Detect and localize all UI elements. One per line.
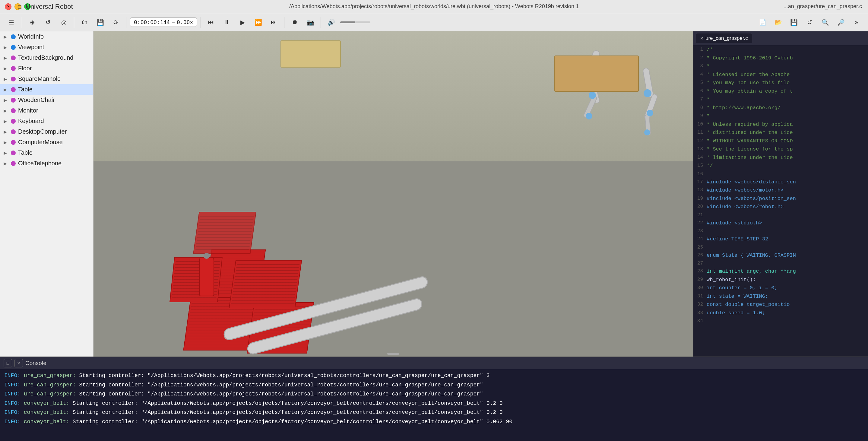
add-button[interactable]: ⊕ <box>26 16 39 29</box>
sidebar-item-worldinfo[interactable]: ▶WorldInfo <box>0 31 93 42</box>
zoom-button[interactable]: 🔎 <box>834 16 847 29</box>
open-file-button[interactable]: 📂 <box>772 16 785 29</box>
line-number: 23 <box>693 227 707 235</box>
sidebar-item-table1[interactable]: ▶Table <box>0 84 93 95</box>
code-line: 16 <box>693 170 868 178</box>
line-code: * you may not use this file <box>707 78 868 87</box>
sidebar-item-squaremanhole[interactable]: ▶SquareManhole <box>0 73 93 84</box>
node-type-icon <box>11 108 16 113</box>
line-number: 27 <box>693 259 707 267</box>
expand-arrow-icon[interactable]: ▶ <box>4 87 8 92</box>
sidebar-item-officetelephone[interactable]: ▶OfficeTelephone <box>0 158 93 168</box>
console-line: INFO: conveyor_belt: Starting controller… <box>4 417 864 427</box>
expand-arrow-icon[interactable]: ▶ <box>4 129 8 134</box>
code-tab-ure-can-grasper[interactable]: ✕ ure_can_grasper.c <box>696 33 752 43</box>
expand-arrow-icon[interactable]: ▶ <box>4 34 8 39</box>
console-toggle-btn[interactable]: □ <box>4 359 12 368</box>
line-code: int counter = 0, i = 0; <box>707 284 868 292</box>
line-number: 18 <box>693 186 707 194</box>
console-line: INFO: conveyor_belt: Starting controller… <box>4 399 864 408</box>
console-lines: INFO: ure_can_grasper: Starting controll… <box>4 371 864 427</box>
volume-slider[interactable] <box>340 22 370 23</box>
expand-arrow-icon[interactable]: ▶ <box>4 161 8 166</box>
view-button[interactable]: ◎ <box>57 16 70 29</box>
expand-arrow-icon[interactable]: ▶ <box>4 66 8 71</box>
sidebar-item-texturedbg[interactable]: ▶TexturedBackground <box>0 53 93 63</box>
line-code: enum State { WAITING, GRASPIN <box>707 251 868 259</box>
console-output[interactable]: INFO: ure_can_grasper: Starting controll… <box>0 369 868 441</box>
line-code: /* <box>707 45 868 54</box>
sidebar-item-monitor[interactable]: ▶Monitor <box>0 105 93 116</box>
more-button[interactable]: » <box>850 16 863 29</box>
code-line: 7 * <box>693 95 868 103</box>
line-number: 14 <box>693 153 707 162</box>
code-line: 27 <box>693 259 868 267</box>
node-type-icon <box>11 56 16 60</box>
code-line: 22#include <stdio.h> <box>693 219 868 227</box>
line-number: 21 <box>693 211 707 219</box>
console-info-tag: INFO: <box>4 382 24 388</box>
expand-arrow-icon[interactable]: ▶ <box>4 151 8 155</box>
code-content[interactable]: 1/*2 * Copyright 1996-2019 Cyberb3 *4 * … <box>693 45 868 356</box>
line-number: 1 <box>693 45 707 54</box>
sidebar-item-desktopcomputer[interactable]: ▶DesktopComputer <box>0 126 93 137</box>
code-line: 3 * <box>693 62 868 70</box>
code-lines: 1/*2 * Copyright 1996-2019 Cyberb3 *4 * … <box>693 45 868 324</box>
code-line: 29 wb_robot_init(); <box>693 275 868 284</box>
console-info-tag: INFO: <box>4 409 24 415</box>
reset-button[interactable]: ⟳ <box>109 16 122 29</box>
line-code: * distributed under the Lice <box>707 128 868 137</box>
tab-close-icon[interactable]: ✕ <box>700 36 704 41</box>
sidebar-item-table2[interactable]: ▶Table <box>0 148 93 158</box>
code-line: 23 <box>693 227 868 235</box>
sidebar-items: ▶WorldInfo▶Viewpoint▶TexturedBackground▶… <box>0 31 93 168</box>
app-name: □ Universal Robot <box>18 3 73 10</box>
pause-button[interactable]: ⏸ <box>220 16 234 29</box>
new-file-button[interactable]: 📄 <box>756 16 769 29</box>
sidebar-item-computermouse[interactable]: ▶ComputerMouse <box>0 137 93 148</box>
close-button[interactable]: ✕ <box>5 3 11 10</box>
screenshot-button[interactable]: 📷 <box>304 16 317 29</box>
expand-arrow-icon[interactable]: ▶ <box>4 108 8 113</box>
viewport[interactable] <box>93 31 693 356</box>
fast-forward-button[interactable]: ⏩ <box>251 16 265 29</box>
console-line: INFO: ure_can_grasper: Starting controll… <box>4 371 864 380</box>
workbench <box>554 56 639 92</box>
sidebar-item-label: TexturedBackground <box>18 54 73 61</box>
time-display: 0:00:00:144 <box>134 19 170 25</box>
fastest-button[interactable]: ⏭ <box>267 16 280 29</box>
folder-button[interactable]: 🗂 <box>78 16 91 29</box>
node-type-icon <box>11 161 16 166</box>
expand-arrow-icon[interactable]: ▶ <box>4 45 8 50</box>
line-code: #include <webots/robot.h> <box>707 202 868 211</box>
sidebar-item-label: SquareManhole <box>18 75 61 82</box>
viewport-resize-handle[interactable] <box>387 353 399 355</box>
line-number: 6 <box>693 87 707 95</box>
code-line: 8 * http://www.apache.org/ <box>693 103 868 112</box>
line-number: 3 <box>693 62 707 70</box>
save-button[interactable]: 💾 <box>93 16 107 29</box>
record-button[interactable]: ⏺ <box>288 16 301 29</box>
volume-button[interactable]: 🔊 <box>324 16 338 29</box>
sidebar-item-keyboard[interactable]: ▶Keyboard <box>0 116 93 126</box>
line-code: int state = WAITING; <box>707 292 868 301</box>
expand-arrow-icon[interactable]: ▶ <box>4 76 8 82</box>
sidebar-toggle-button[interactable]: ☰ <box>5 16 18 29</box>
refresh-button[interactable]: ↺ <box>803 16 816 29</box>
expand-arrow-icon[interactable]: ▶ <box>4 119 8 124</box>
titlebar: ✕ − + □ Universal Robot /Applications/We… <box>0 0 868 13</box>
toolbar-separator-3 <box>126 17 126 28</box>
reload-button[interactable]: ↺ <box>41 16 55 29</box>
search-button[interactable]: 🔍 <box>818 16 832 29</box>
expand-arrow-icon[interactable]: ▶ <box>4 98 8 102</box>
save-file-button[interactable]: 💾 <box>787 16 801 29</box>
sidebar-item-woodenchair[interactable]: ▶WoodenChair <box>0 95 93 105</box>
play-button[interactable]: ▶ <box>236 16 249 29</box>
expand-arrow-icon[interactable]: ▶ <box>4 140 8 145</box>
sidebar-item-viewpoint[interactable]: ▶Viewpoint <box>0 42 93 53</box>
sidebar-item-floor[interactable]: ▶Floor <box>0 63 93 73</box>
console-close-btn[interactable]: ✕ <box>14 359 23 368</box>
expand-arrow-icon[interactable]: ▶ <box>4 56 8 60</box>
line-code: wb_robot_init(); <box>707 275 868 284</box>
step-back-button[interactable]: ⏮ <box>205 16 218 29</box>
